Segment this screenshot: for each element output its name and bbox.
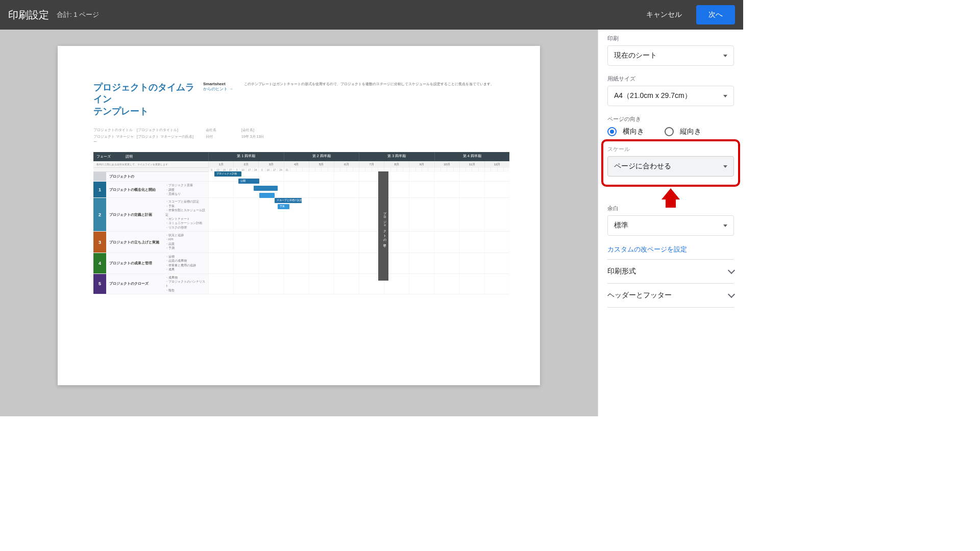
arrow-up-annotation-icon xyxy=(662,188,680,199)
caret-down-icon xyxy=(723,165,727,168)
sheet-title: プロジェクトのタイムライン テンプレート xyxy=(93,82,203,117)
chevron-down-icon xyxy=(728,291,735,298)
caret-down-icon xyxy=(723,224,727,227)
topbar: 印刷設定 合計: 1 ページ キャンセル 次へ xyxy=(0,0,743,30)
orientation-landscape-radio[interactable]: 横向き xyxy=(607,127,644,136)
scale-label: スケール xyxy=(607,145,734,153)
paper-size-label: 用紙サイズ xyxy=(607,75,734,83)
chevron-down-icon xyxy=(728,267,735,274)
scale-select[interactable]: ページに合わせる xyxy=(607,156,734,177)
sheet-description: このテンプレートはガントチャートの形式を使用するので、プロジェクトを複数のステー… xyxy=(244,82,509,117)
print-label: 印刷 xyxy=(607,35,734,42)
cancel-button[interactable]: キャンセル xyxy=(640,5,688,24)
custom-pagebreak-link[interactable]: カスタムの改ページを設定 xyxy=(607,245,734,254)
next-button[interactable]: 次へ xyxy=(696,5,735,24)
page-count: 合計: 1 ページ xyxy=(57,10,99,19)
caret-down-icon xyxy=(723,95,727,97)
meta-rows: プロジェクトのタイトル[プロジェクトのタイトル]会社名[会社名]プロジェクト マ… xyxy=(93,128,509,144)
print-target-select[interactable]: 現在のシート xyxy=(607,45,734,66)
gantt-chart: フェーズ 説明 第 1 四半期第 2 四半期第 3 四半期第 4 四半期 各列の… xyxy=(93,152,509,294)
print-format-accordion[interactable]: 印刷形式 xyxy=(607,259,734,283)
orientation-label: ページの向き xyxy=(607,115,734,123)
print-preview-area: プロジェクトのタイムライン テンプレート Smartsheet からのヒント →… xyxy=(0,30,598,416)
caret-down-icon xyxy=(723,55,727,57)
scale-highlight-annotation: スケール ページに合わせる xyxy=(601,139,740,187)
print-sidebar: 印刷 現在のシート 用紙サイズ A4（21.0cm x 29.7cm） ページの… xyxy=(598,30,743,416)
margin-select[interactable]: 標準 xyxy=(607,215,734,236)
orientation-portrait-radio[interactable]: 縦向き xyxy=(665,127,701,136)
paper-size-select[interactable]: A4（21.0cm x 29.7cm） xyxy=(607,86,734,106)
sheet-hint: Smartsheet からのヒント → xyxy=(203,82,244,117)
preview-page: プロジェクトのタイムライン テンプレート Smartsheet からのヒント →… xyxy=(58,46,540,385)
radio-on-icon xyxy=(607,127,617,136)
dialog-title: 印刷設定 xyxy=(8,8,49,22)
radio-off-icon xyxy=(665,127,674,136)
header-footer-accordion[interactable]: ヘッダーとフッター xyxy=(607,283,734,308)
